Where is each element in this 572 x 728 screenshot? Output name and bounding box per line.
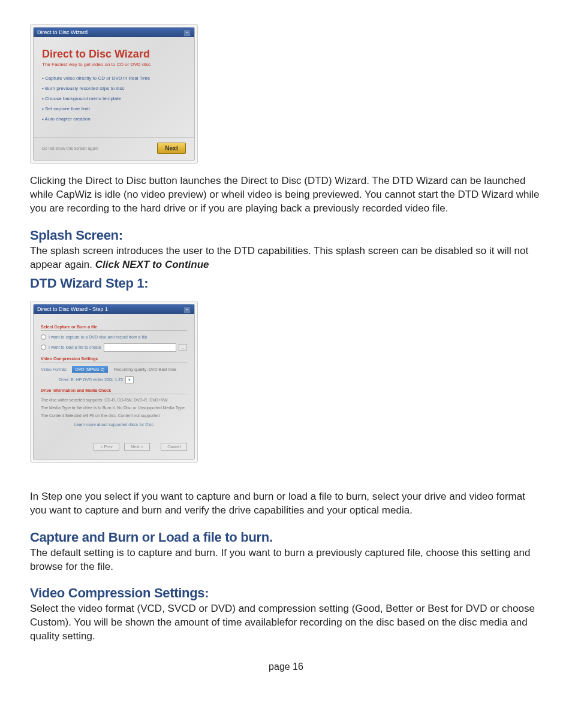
drive-row: Drive: E: HP DVD writer 300c 1.25 ▾ — [59, 376, 187, 383]
drive-label: Drive: E: HP DVD writer 300c 1.25 — [59, 377, 123, 382]
learn-more-link: Learn more about supported discs for Dis… — [41, 422, 187, 427]
minimize-icon: – — [183, 306, 191, 313]
bullet-item: • Set capture time limit — [42, 106, 186, 111]
page-number: page 16 — [30, 661, 542, 672]
heading-splash-screen: Splash Screen: — [30, 228, 542, 243]
format-dropdown: DVD (MPEG-2) — [72, 366, 108, 373]
cancel-button: Cancel — [161, 443, 187, 451]
prev-button: < Prev — [94, 443, 119, 451]
splash-screenshot: Direct to Disc Wizard – Direct to Disc W… — [30, 24, 198, 164]
dont-show-checkbox-label: Do not show this screen again — [42, 146, 98, 150]
radio-label: I want to capture to a DVD disc and reco… — [49, 335, 147, 339]
paragraph: The default setting is to capture and bu… — [30, 546, 542, 574]
bullet-item: • Burn previously recorded clips to disc — [42, 86, 186, 91]
section-drive-info: Drive information and Media Check — [41, 388, 187, 394]
drive-info-line: The Content Selected will Fit on the dis… — [41, 413, 187, 418]
radio-capture: I want to capture to a DVD disc and reco… — [41, 334, 187, 340]
browse-button: ... — [179, 344, 187, 351]
heading-video-compression: Video Compression Settings: — [30, 585, 542, 601]
step1-titlebar: Direct to Disc Wizard - Step 1 – — [34, 304, 194, 314]
splash-titlebar: Direct to Disc Wizard – — [34, 28, 194, 37]
section-video-compression: Video Compression Settings — [41, 357, 187, 363]
video-format-row: Video Format: DVD (MPEG-2) Recording qua… — [41, 366, 187, 373]
splash-bullets: • Capture video directly to CD or DVD in… — [42, 75, 186, 122]
paragraph: Clicking the Direct to Disc button launc… — [30, 174, 542, 216]
file-path-field — [104, 343, 177, 352]
drive-info-line: The disc writer selected supports: CD-R,… — [41, 398, 187, 402]
radio-icon — [41, 345, 46, 350]
format-label: Video Format: — [41, 367, 67, 371]
bullet-item: • Choose background menu template — [42, 96, 186, 101]
bullet-item: • Capture video directly to CD or DVD in… — [42, 75, 186, 81]
radio-icon — [41, 334, 46, 340]
splash-heading: Direct to Disc Wizard — [42, 48, 186, 61]
heading-capture-burn: Capture and Burn or Load a file to burn. — [30, 530, 542, 545]
section-capture-burn: Select Capture or Burn a file — [41, 325, 187, 331]
next-button: Next > — [124, 443, 149, 451]
radio-load-file: I want to load a file to create ... — [41, 343, 187, 352]
paragraph: In Step one you select if you want to ca… — [30, 490, 542, 518]
minimize-icon: – — [183, 29, 191, 37]
step1-screenshot: Direct to Disc Wizard - Step 1 – Select … — [30, 301, 198, 463]
drive-dropdown-icon: ▾ — [125, 376, 134, 383]
splash-subheading: The Fastest way to get video on to CD or… — [42, 62, 186, 67]
wizard-buttons: < Prev Next > Cancel — [34, 437, 194, 453]
step1-titlebar-text: Direct to Disc Wizard - Step 1 — [37, 306, 108, 312]
click-next-text: Click NEXT to Continue — [95, 259, 209, 270]
next-button: Next — [157, 143, 186, 154]
heading-dtd-step1: DTD Wizard Step 1: — [30, 276, 542, 291]
bullet-item: • Auto chapter creation — [42, 116, 186, 122]
splash-titlebar-text: Direct to Disc Wizard — [37, 29, 88, 35]
radio-label: I want to load a file to create — [49, 345, 101, 349]
recording-quality-label: Recording quality: DVD Best time — [114, 367, 176, 371]
paragraph: The splash screen introduces the user to… — [30, 244, 542, 272]
paragraph: Select the video format (VCD, SVCD or DV… — [30, 602, 542, 644]
drive-info-line: The Media Type in the drive is to Burn i… — [41, 406, 187, 410]
